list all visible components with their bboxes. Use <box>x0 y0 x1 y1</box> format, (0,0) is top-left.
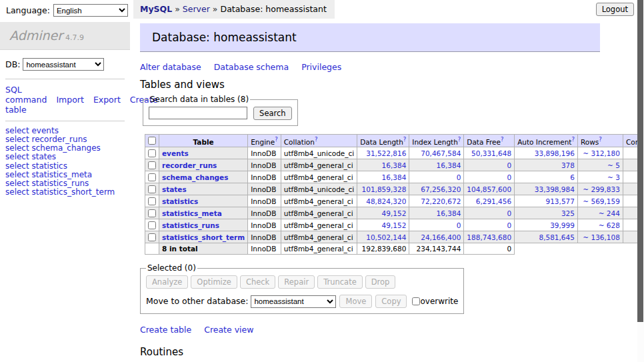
database-nav-link[interactable]: Alter database <box>140 62 201 72</box>
data-length-link[interactable]: 49,152 <box>382 209 407 217</box>
data-length-link[interactable]: 10,502,144 <box>366 233 406 241</box>
table-name-link[interactable]: statistics_short_term <box>162 233 245 241</box>
auto-increment-link[interactable]: 6 <box>570 173 575 181</box>
create-link[interactable]: Create table <box>140 325 191 335</box>
column-help-link[interactable]: ? <box>571 136 575 143</box>
selected-action-button[interactable]: Drop <box>365 275 396 289</box>
overwrite-checkbox[interactable] <box>412 297 420 305</box>
table-name-link[interactable]: statistics_runs <box>162 221 219 229</box>
rows-count-link[interactable]: ~ 136,108 <box>583 233 620 241</box>
breadcrumb-link-mysql[interactable]: MySQL <box>140 4 172 14</box>
table-name-link[interactable]: states <box>162 185 187 193</box>
index-length-link[interactable]: 0 <box>457 173 461 181</box>
data-free-link[interactable]: 0 <box>507 161 511 169</box>
selected-action-button[interactable]: Analyze <box>146 275 188 289</box>
table-name-link[interactable]: statistics_meta <box>162 209 222 217</box>
selected-action-button[interactable]: Check <box>240 275 275 289</box>
rows-count-link[interactable]: ~ 5 <box>607 161 620 169</box>
create-link[interactable]: Create view <box>204 325 253 335</box>
database-nav-link[interactable]: Database schema <box>214 62 289 72</box>
auto-increment-link[interactable]: 913,577 <box>546 197 575 205</box>
auto-increment-link[interactable]: 8,581,645 <box>539 233 574 241</box>
sidebar-action-link[interactable]: Import <box>56 95 84 105</box>
data-length-link[interactable]: 31,522,816 <box>366 149 406 157</box>
rows-count-cell: ~ 628 <box>577 219 623 231</box>
row-checkbox[interactable] <box>148 149 156 157</box>
column-help-link[interactable]: ? <box>458 136 461 143</box>
data-free-link[interactable]: 0 <box>507 173 511 181</box>
data-length-link[interactable]: 16,384 <box>382 161 407 169</box>
index-length-link[interactable]: 0 <box>457 221 461 229</box>
table-name-link[interactable]: schema_changes <box>162 173 229 181</box>
data-free-link[interactable]: 6,291,456 <box>476 197 511 205</box>
search-button[interactable]: Search <box>253 107 292 120</box>
row-checkbox[interactable] <box>148 233 156 241</box>
auto-increment-link[interactable]: 325 <box>561 209 575 217</box>
sidebar-action-link[interactable]: SQL command <box>5 85 47 105</box>
sidebar-table-link[interactable]: select statistics <box>5 162 125 171</box>
data-free-link[interactable]: 188,743,680 <box>467 233 511 241</box>
database-nav-link[interactable]: Privileges <box>301 62 341 72</box>
data-length-link[interactable]: 48,824,320 <box>366 197 406 205</box>
rows-count-link[interactable]: ~ 569,159 <box>583 197 620 205</box>
collation-cell: utf8mb4_general_ci <box>281 171 357 183</box>
selected-action-button[interactable]: Truncate <box>317 275 363 289</box>
index-length-link[interactable]: 72,220,672 <box>421 197 461 205</box>
row-checkbox-cell <box>145 207 159 219</box>
search-input[interactable] <box>149 107 247 119</box>
rows-count-link[interactable]: ~ 3 <box>607 173 620 181</box>
sidebar-table-link[interactable]: select statistics_runs <box>5 179 125 188</box>
table-name-link[interactable]: recorder_runs <box>162 161 217 169</box>
selected-action-button[interactable]: Optimize <box>191 275 237 289</box>
data-length-link[interactable]: 101,859,328 <box>362 185 407 193</box>
column-help-link[interactable]: ? <box>403 136 407 143</box>
auto-increment-link[interactable]: 39,999 <box>550 221 575 229</box>
sidebar-table-link[interactable]: select statistics_short_term <box>5 188 125 197</box>
table-name-cell: statistics_meta <box>159 207 248 219</box>
rows-count-link[interactable]: ~ 244 <box>599 209 620 217</box>
index-length-link[interactable]: 16,384 <box>437 209 461 217</box>
data-free-link[interactable]: 50,331,648 <box>471 149 511 157</box>
data-length-link[interactable]: 16,384 <box>382 173 407 181</box>
index-length-link[interactable]: 16,384 <box>437 161 461 169</box>
rows-count-cell: ~ 569,159 <box>577 195 623 207</box>
row-checkbox[interactable] <box>148 161 156 169</box>
data-free-link[interactable]: 0 <box>507 221 511 229</box>
data-free-link[interactable]: 104,857,600 <box>467 185 511 193</box>
move-copy-button[interactable]: Copy <box>375 295 407 308</box>
row-checkbox[interactable] <box>148 221 156 229</box>
column-help-link[interactable]: ? <box>275 136 278 143</box>
auto-increment-link[interactable]: 33,898,196 <box>535 149 575 157</box>
column-help-link[interactable]: ? <box>315 136 318 143</box>
row-checkbox[interactable] <box>148 209 156 217</box>
db-select[interactable]: homeassistant <box>23 58 104 71</box>
auto-increment-link[interactable]: 33,398,984 <box>535 185 575 193</box>
scrollbar-thumb[interactable] <box>637 0 643 322</box>
table-name-link[interactable]: statistics <box>162 197 198 205</box>
index-length-link[interactable]: 24,166,400 <box>421 233 461 241</box>
breadcrumb-link-server[interactable]: Server <box>183 4 210 14</box>
sidebar-table-link[interactable]: select states <box>5 153 125 161</box>
rows-count-link[interactable]: ~ 628 <box>599 221 620 229</box>
sidebar-action-link[interactable]: Export <box>93 95 121 105</box>
select-all-checkbox[interactable] <box>148 137 156 145</box>
row-checkbox[interactable] <box>148 197 156 205</box>
rows-count-link[interactable]: ~ 299,833 <box>583 185 620 193</box>
page-scrollbar[interactable] <box>637 0 644 362</box>
data-length-link[interactable]: 49,152 <box>382 221 407 229</box>
table-name-link[interactable]: events <box>162 149 189 157</box>
row-checkbox[interactable] <box>148 185 156 193</box>
index-length-link[interactable]: 67,256,320 <box>421 185 461 193</box>
sidebar-table-link[interactable]: select statistics_meta <box>5 171 125 179</box>
move-db-select[interactable]: homeassistant <box>251 295 336 308</box>
language-select[interactable]: English <box>53 4 128 17</box>
column-help-link[interactable]: ? <box>501 136 504 143</box>
column-help-link[interactable]: ? <box>599 136 602 143</box>
rows-count-link[interactable]: ~ 312,180 <box>583 149 620 157</box>
row-checkbox[interactable] <box>148 173 156 181</box>
auto-increment-link[interactable]: 378 <box>561 161 575 169</box>
move-copy-button[interactable]: Move <box>339 295 372 308</box>
selected-action-button[interactable]: Repair <box>278 275 315 289</box>
data-free-link[interactable]: 0 <box>507 209 511 217</box>
index-length-link[interactable]: 70,467,584 <box>421 149 461 157</box>
